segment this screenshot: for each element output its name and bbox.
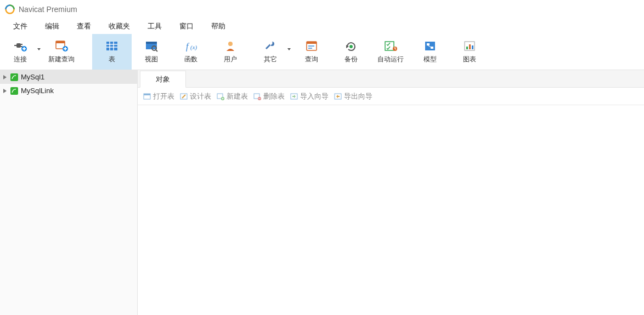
toolbar-other-label: 其它 xyxy=(264,55,277,64)
tab-label: 对象 xyxy=(156,75,170,84)
obj-delete-table[interactable]: 删除表 xyxy=(253,91,285,101)
toolbar-other[interactable]: 其它 xyxy=(250,34,292,70)
chart-icon xyxy=(462,39,477,53)
wrench-icon xyxy=(263,39,278,53)
toolbar-function[interactable]: f (x) 函数 xyxy=(171,34,211,70)
delete-table-icon xyxy=(253,93,261,100)
svg-rect-13 xyxy=(106,42,117,50)
toolbar-connection-label: 连接 xyxy=(14,55,27,64)
menu-help[interactable]: 帮助 xyxy=(202,19,234,33)
svg-rect-7 xyxy=(22,48,26,49)
svg-rect-1 xyxy=(16,43,21,48)
plug-icon xyxy=(13,39,28,53)
svg-rect-41 xyxy=(469,44,471,49)
toolbar-user-label: 用户 xyxy=(224,55,237,64)
svg-line-34 xyxy=(395,49,396,49)
toolbar-new-query-label: 新建查询 xyxy=(48,55,75,64)
obj-design-table[interactable]: 设计表 xyxy=(180,91,211,101)
obj-open-table[interactable]: 打开表 xyxy=(143,91,174,101)
query-icon xyxy=(304,39,319,53)
toolbar-user[interactable]: 用户 xyxy=(211,34,250,70)
obj-btn-label: 设计表 xyxy=(190,91,211,101)
tab-objects[interactable]: 对象 xyxy=(140,71,186,88)
chevron-down-icon xyxy=(37,48,41,50)
toolbar-model-label: 模型 xyxy=(423,55,437,64)
menubar: 文件 编辑 查看 收藏夹 工具 窗口 帮助 xyxy=(0,19,644,34)
toolbar-view-label: 视图 xyxy=(145,55,158,64)
svg-text:(x): (x) xyxy=(190,44,197,51)
toolbar-query-label: 查询 xyxy=(305,55,318,64)
obj-btn-label: 新建表 xyxy=(227,91,248,101)
svg-rect-3 xyxy=(21,44,22,45)
svg-rect-46 xyxy=(10,87,18,95)
main-toolbar: 连接 新建查询 表 xyxy=(0,34,644,70)
content-panel: 对象 打开表 设计表 新建表 xyxy=(138,70,644,315)
svg-rect-35 xyxy=(425,42,435,50)
object-list-area[interactable] xyxy=(138,105,644,315)
svg-rect-48 xyxy=(144,94,150,95)
obj-btn-label: 删除表 xyxy=(263,91,285,101)
obj-new-table[interactable]: 新建表 xyxy=(217,91,248,101)
menu-window[interactable]: 窗口 xyxy=(171,19,202,33)
tree-connection-mysql1[interactable]: MySql1 xyxy=(0,70,137,84)
table-icon xyxy=(104,39,120,53)
menu-edit[interactable]: 编辑 xyxy=(36,19,68,33)
toolbar-table-label: 表 xyxy=(109,55,115,64)
chevron-right-icon xyxy=(2,88,8,94)
menu-favorite[interactable]: 收藏夹 xyxy=(100,19,139,33)
toolbar-autorun[interactable]: 自动运行 xyxy=(371,34,410,70)
svg-line-21 xyxy=(156,50,157,51)
svg-rect-44 xyxy=(10,73,18,81)
autorun-icon xyxy=(383,39,398,53)
svg-text:f: f xyxy=(186,42,190,51)
svg-rect-37 xyxy=(431,47,433,49)
obj-btn-label: 打开表 xyxy=(153,91,174,101)
toolbar-connection[interactable]: 连接 xyxy=(0,34,42,70)
menu-view[interactable]: 查看 xyxy=(68,19,100,33)
svg-rect-12 xyxy=(64,48,67,49)
tab-strip: 对象 xyxy=(138,70,644,88)
mysql-connection-icon xyxy=(10,73,19,82)
svg-point-24 xyxy=(228,42,233,46)
svg-marker-45 xyxy=(3,89,7,93)
object-toolbar: 打开表 设计表 新建表 删除表 xyxy=(138,88,644,105)
menu-file[interactable]: 文件 xyxy=(4,19,36,33)
toolbar-view[interactable]: 视图 xyxy=(132,34,171,70)
tree-item-label: MySql1 xyxy=(21,73,44,81)
obj-export-wizard[interactable]: 导出向导 xyxy=(334,91,372,101)
toolbar-chart-label: 图表 xyxy=(463,55,476,64)
toolbar-chart[interactable]: 图表 xyxy=(450,34,489,70)
toolbar-function-label: 函数 xyxy=(184,55,197,64)
menu-tools[interactable]: 工具 xyxy=(139,19,171,33)
svg-point-30 xyxy=(349,45,353,48)
svg-rect-40 xyxy=(466,47,468,49)
titlebar: Navicat Premium xyxy=(0,0,644,19)
svg-rect-19 xyxy=(146,42,157,44)
main-area: MySql1 MySqlLink 对象 xyxy=(0,70,644,315)
toolbar-backup-label: 备份 xyxy=(344,55,358,64)
toolbar-new-query[interactable]: 新建查询 xyxy=(42,34,81,70)
export-icon xyxy=(334,93,342,100)
function-icon: f (x) xyxy=(183,39,199,53)
new-table-icon xyxy=(217,93,224,100)
svg-rect-36 xyxy=(427,43,430,45)
toolbar-query[interactable]: 查询 xyxy=(292,34,331,70)
svg-marker-43 xyxy=(3,75,7,79)
user-icon xyxy=(223,39,238,53)
svg-marker-58 xyxy=(292,95,296,98)
svg-rect-26 xyxy=(307,42,317,44)
model-icon xyxy=(422,39,438,53)
svg-rect-9 xyxy=(56,41,65,43)
toolbar-model[interactable]: 模型 xyxy=(410,34,450,70)
tree-connection-mysqllink[interactable]: MySqlLink xyxy=(0,84,137,98)
toolbar-table[interactable]: 表 xyxy=(92,34,132,70)
open-table-icon xyxy=(143,93,151,100)
design-table-icon xyxy=(180,93,188,100)
view-icon xyxy=(144,39,159,53)
toolbar-backup[interactable]: 备份 xyxy=(331,34,371,70)
connection-tree[interactable]: MySql1 MySqlLink xyxy=(0,70,138,315)
obj-import-wizard[interactable]: 导入向导 xyxy=(290,91,329,101)
app-title: Navicat Premium xyxy=(19,5,77,14)
svg-rect-42 xyxy=(472,45,473,49)
svg-rect-2 xyxy=(14,45,16,46)
